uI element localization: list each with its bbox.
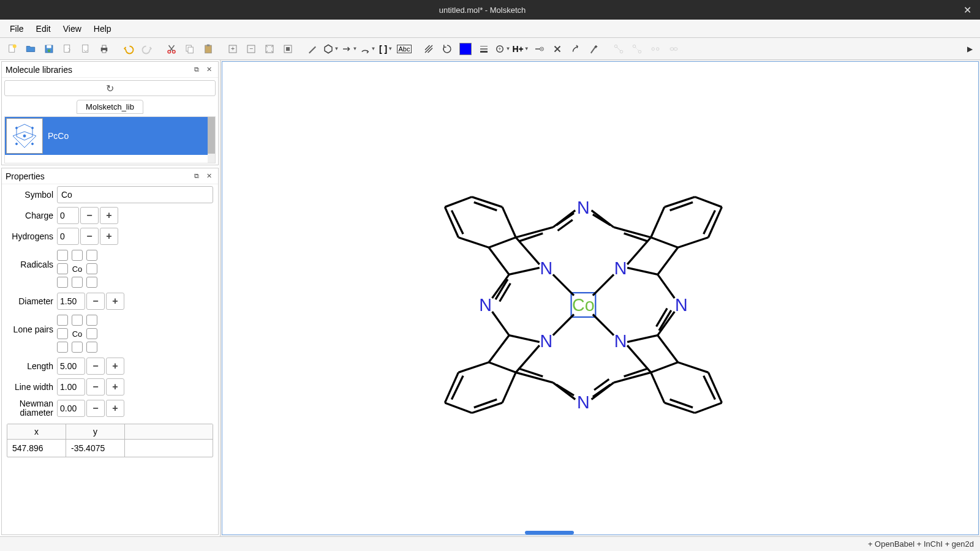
diameter-plus-button[interactable]: + [106,293,124,310]
cut-icon[interactable] [163,40,180,58]
disconnect-icon[interactable] [628,40,646,58]
export-icon[interactable] [77,40,94,58]
lonepair-check[interactable] [72,315,83,326]
svg-line-61 [489,247,509,274]
hydrogen-tool-icon[interactable]: H+▼ [512,40,529,58]
align-icon[interactable] [586,40,603,58]
linewidth-input[interactable] [57,378,85,395]
lonepair-check[interactable] [72,342,83,353]
svg-point-36 [674,47,677,50]
menu-help[interactable]: Help [88,21,118,36]
close-icon[interactable]: ✕ [960,4,975,16]
lonepair-check[interactable] [86,328,97,339]
lonepair-check[interactable] [86,315,97,326]
lonepair-check[interactable] [86,342,97,353]
radical-check[interactable] [72,250,83,261]
coord-head-y: y [66,424,125,439]
zoom-fit-icon[interactable] [261,40,278,58]
charge-input[interactable] [57,207,79,224]
newman-input[interactable] [57,400,85,417]
radical-check[interactable] [57,250,68,261]
coord-x-cell[interactable]: 547.896 [7,440,66,457]
library-tab[interactable]: Molsketch_lib [77,100,143,114]
svg-line-90 [492,312,510,335]
group-icon[interactable] [647,40,664,58]
radical-check[interactable] [86,263,97,274]
radical-check[interactable] [57,263,68,274]
library-refresh-button[interactable]: ↻ [4,80,216,96]
length-minus-button[interactable]: − [86,358,105,375]
new-file-icon[interactable] [4,40,21,58]
curve-arrow-tool-icon[interactable]: ▼ [359,40,376,58]
charge-minus-button[interactable]: − [80,207,99,224]
library-item[interactable]: PcCo [5,117,215,155]
charge-plus-button[interactable]: + [100,207,118,224]
draw-tool-icon[interactable] [304,40,321,58]
hatching-icon[interactable] [420,40,437,58]
linewidth-plus-button[interactable]: + [106,378,124,395]
radical-check[interactable] [86,277,97,288]
open-file-icon[interactable] [22,40,39,58]
color-swatch[interactable] [457,40,474,58]
newman-plus-button[interactable]: + [106,400,124,417]
hydrogens-input[interactable] [57,228,79,245]
svg-point-41 [32,127,34,129]
paste-icon[interactable] [200,40,217,58]
delete-bond-icon[interactable] [530,40,548,58]
lonepair-check[interactable] [57,315,68,326]
zoom-reset-icon[interactable] [279,40,296,58]
panel-close-icon[interactable]: ✕ [203,171,214,182]
symbol-label: Symbol [7,190,53,200]
save-file-icon[interactable] [40,40,58,58]
arrow-tool-icon[interactable]: ▼ [341,40,358,58]
length-input[interactable] [57,358,85,375]
linewidth-minus-button[interactable]: − [86,378,105,395]
zoom-out-icon[interactable]: − [243,40,260,58]
line-weight-icon[interactable] [475,40,492,58]
status-bar: + OpenBabel + InChI + gen2d [0,536,980,551]
menu-edit[interactable]: Edit [30,21,57,36]
print-icon[interactable] [96,40,113,58]
library-scrollbar[interactable] [208,117,215,163]
drawing-canvas[interactable]: Co N N N N N N N N [222,61,979,535]
hydrogens-plus-button[interactable]: + [100,228,118,245]
panel-undock-icon[interactable]: ⧉ [191,64,202,75]
radical-check[interactable] [86,250,97,261]
panel-close-icon[interactable]: ✕ [203,64,214,75]
radical-check[interactable] [57,277,68,288]
svg-text:Co: Co [572,295,595,315]
newman-minus-button[interactable]: − [86,400,105,417]
svg-rect-14 [207,44,210,46]
save-as-icon[interactable] [59,40,76,58]
charge-tool-icon[interactable]: +▼ [494,40,511,58]
diameter-minus-button[interactable]: − [86,293,105,310]
lonepair-check[interactable] [57,328,68,339]
svg-line-82 [651,207,665,238]
svg-rect-8 [102,50,106,53]
ring-tool-icon[interactable]: ▼ [322,40,339,58]
lonepair-check[interactable] [57,342,68,353]
menu-view[interactable]: View [57,21,88,36]
connect-icon[interactable] [610,40,627,58]
redo-icon[interactable] [138,40,156,58]
copy-icon[interactable] [181,40,198,58]
menu-file[interactable]: File [4,21,30,36]
hydrogens-minus-button[interactable]: − [80,228,99,245]
erase-icon[interactable] [549,40,566,58]
symbol-input[interactable] [57,186,213,203]
rotate-icon[interactable] [439,40,456,58]
mechanism-arrow-icon[interactable] [567,40,584,58]
length-plus-button[interactable]: + [106,358,124,375]
zoom-in-icon[interactable]: + [224,40,241,58]
bracket-tool-icon[interactable]: [ ]▼ [377,40,394,58]
svg-point-35 [670,47,674,50]
undo-icon[interactable] [120,40,137,58]
panel-undock-icon[interactable]: ⧉ [191,171,202,182]
radical-check[interactable] [72,277,83,288]
canvas-h-scrollbar[interactable] [525,531,574,534]
coord-y-cell[interactable]: -35.4075 [66,440,125,457]
diameter-input[interactable] [57,293,85,310]
text-tool-icon[interactable]: Abc [396,40,413,58]
toolbar-overflow-icon[interactable]: ▶ [963,45,976,53]
chain-icon[interactable] [665,40,682,58]
